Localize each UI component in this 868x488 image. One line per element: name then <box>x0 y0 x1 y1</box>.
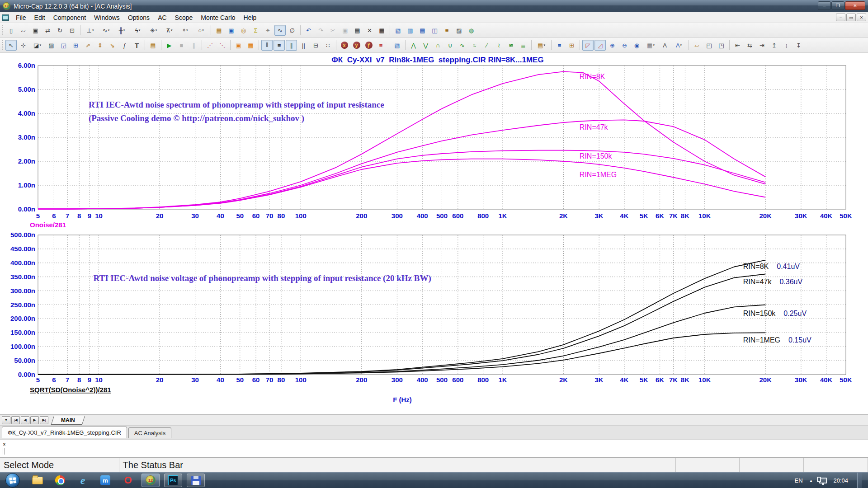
info-pages-button[interactable]: ≡ <box>441 25 453 36</box>
close-button[interactable]: ✕ <box>845 1 865 10</box>
taskbar-file-explorer[interactable] <box>28 474 47 487</box>
next-page-button[interactable]: ▶ <box>30 416 39 424</box>
menu-options[interactable]: Options <box>124 13 154 23</box>
numeric-output-button[interactable]: ≡ <box>554 40 565 51</box>
demo-button[interactable]: ▨ <box>453 25 465 36</box>
align-right-button[interactable]: ⇥ <box>756 40 768 51</box>
font-color-button[interactable]: A▾ <box>671 40 686 51</box>
analysis-limits-button[interactable]: ▤ <box>213 25 225 36</box>
show-desktop-button[interactable] <box>857 473 862 488</box>
page-list-button[interactable]: ▼ <box>2 416 10 424</box>
go-to-rise-button[interactable]: ∿ <box>457 40 468 51</box>
start-button[interactable] <box>5 473 20 488</box>
scale-mode-button[interactable]: ◸ <box>582 40 594 51</box>
text-tool-button[interactable]: T <box>131 40 142 51</box>
toolbar-grip[interactable] <box>2 25 3 35</box>
select-special-button[interactable]: ▦ <box>376 25 387 36</box>
run-button[interactable]: ▶ <box>164 40 175 51</box>
pause-button[interactable]: ∥ <box>188 40 199 51</box>
cut-button[interactable]: ✂ <box>327 25 339 36</box>
tile-horizontal-button[interactable]: ▤ <box>417 25 428 36</box>
send-back-button[interactable]: ◳ <box>716 40 727 51</box>
align-bottom-button[interactable]: ↧ <box>793 40 804 51</box>
horizontal-line-button[interactable]: ⊟ <box>310 40 321 51</box>
align-left-button[interactable]: ⇤ <box>732 40 743 51</box>
tray-expand-icon[interactable]: ▲ <box>809 479 813 483</box>
grid-dots-button[interactable]: ∷ <box>322 40 334 51</box>
font-button[interactable]: A <box>659 40 670 51</box>
scale-x-button[interactable]: ⇗ <box>82 40 94 51</box>
align-center-button[interactable]: ⇆ <box>744 40 755 51</box>
print-button[interactable]: ⊡ <box>66 25 78 36</box>
split-window-button[interactable]: ◫ <box>429 25 440 36</box>
stepping-button[interactable]: Σ <box>250 25 261 36</box>
hide-plot-button[interactable]: ∅ <box>287 25 298 36</box>
fit-graph-button[interactable]: ⊞ <box>70 40 81 51</box>
source-component-button[interactable]: ∿▾ <box>99 25 113 36</box>
file-tab-ac-analysis[interactable]: AC Analysis <box>128 427 171 438</box>
minimize-button[interactable]: – <box>818 1 831 10</box>
taskbar-maxthon[interactable]: m <box>96 474 114 487</box>
zoom-box-button[interactable]: ▣ <box>233 40 244 51</box>
scale-y-button[interactable]: ⇕ <box>94 40 106 51</box>
picture-button[interactable]: ▨ <box>46 40 57 51</box>
language-indicator[interactable]: EN <box>794 477 802 484</box>
go-to-valley-button[interactable]: ⋁ <box>420 40 431 51</box>
go-to-low-button[interactable]: ∪ <box>444 40 456 51</box>
tag-menu-button[interactable]: ≡ <box>375 40 387 51</box>
file-tab-circuit[interactable]: ФК_Cy-XXI_v7_Rin8k-1MEG_stepping.CIR <box>2 427 127 438</box>
clipboard-button[interactable]: ▤▾ <box>534 40 549 51</box>
menu-help[interactable]: Help <box>240 13 261 23</box>
menu-scope[interactable]: Scope <box>171 13 197 23</box>
child-minimize-button[interactable]: – <box>836 14 845 21</box>
show-plot-button[interactable]: ∿ <box>274 25 286 36</box>
menu-edit[interactable]: Edit <box>30 13 49 23</box>
stop-button[interactable]: ■ <box>176 40 187 51</box>
menu-component[interactable]: Component <box>49 13 90 23</box>
menu-file[interactable]: File <box>12 13 30 23</box>
pan-mode-button[interactable]: ⊹ <box>18 40 29 51</box>
go-to-high-button[interactable]: ∩ <box>432 40 443 51</box>
stacked-plots-button[interactable]: ≋ <box>505 40 517 51</box>
find-part-button[interactable]: ◎ <box>238 25 249 36</box>
zoom-out-button[interactable]: ⊖ <box>619 40 630 51</box>
capacitor-component-button[interactable]: ╫▾ <box>114 25 129 36</box>
cursor-diagonal-button[interactable]: ⋰ <box>204 40 216 51</box>
delete-button[interactable]: ✕ <box>364 25 375 36</box>
overlay-plots-button[interactable]: ≣ <box>518 40 529 51</box>
page-tab-main[interactable]: MAIN <box>51 416 85 425</box>
copy-button[interactable]: ▣ <box>340 25 351 36</box>
new-file-button[interactable]: ▯ <box>5 25 17 36</box>
ring-component-button[interactable]: ○▾ <box>193 25 208 36</box>
go-to-x-button[interactable]: x <box>339 40 350 51</box>
fx-expression-button[interactable]: ƒ <box>119 40 130 51</box>
pane-grip-icon[interactable] <box>3 448 5 455</box>
select-mode-button[interactable]: ↖ <box>5 40 17 51</box>
taskbar-opera[interactable]: O <box>119 474 137 487</box>
clock[interactable]: 20:04 <box>833 477 848 484</box>
bring-front-button[interactable]: ◰ <box>703 40 715 51</box>
menu-monte-carlo[interactable]: Monte Carlo <box>197 13 239 23</box>
scale-xy-button[interactable]: ⇘ <box>107 40 118 51</box>
edit-plot-button[interactable]: ▧ <box>392 40 403 51</box>
tools-button[interactable]: ✦ <box>262 25 274 36</box>
zoom-value-button[interactable]: ◉ <box>631 40 642 51</box>
probe-component-button[interactable]: ⌖▾ <box>178 25 193 36</box>
zoom-all-button[interactable]: ▦ <box>245 40 256 51</box>
graphics-shapes-button[interactable]: ◪▾ <box>30 40 45 51</box>
help-web-button[interactable]: ◍ <box>466 25 477 36</box>
go-to-zero-button[interactable]: ≀ <box>493 40 505 51</box>
child-restore-button[interactable]: ▭ <box>846 14 856 21</box>
pane-close-icon[interactable]: x <box>1 441 7 447</box>
prev-page-button[interactable]: ◀ <box>21 416 29 424</box>
cursor-diagonal2-button[interactable]: ⋱ <box>217 40 228 51</box>
cursor-mode-button[interactable]: ◿ <box>594 40 606 51</box>
toolbar-grip[interactable] <box>2 40 3 50</box>
transistor-component-button[interactable]: ⊼▾ <box>162 25 177 36</box>
go-to-slope-button[interactable]: ∕ <box>481 40 492 51</box>
revert-button[interactable]: ↻ <box>54 25 66 36</box>
taskbar-backup-tool[interactable] <box>187 474 205 487</box>
align-middle-button[interactable]: ↕ <box>781 40 792 51</box>
taskbar-photoshop[interactable]: Ps <box>164 474 182 487</box>
taskbar-micro-cap[interactable]: 12 <box>142 474 160 487</box>
